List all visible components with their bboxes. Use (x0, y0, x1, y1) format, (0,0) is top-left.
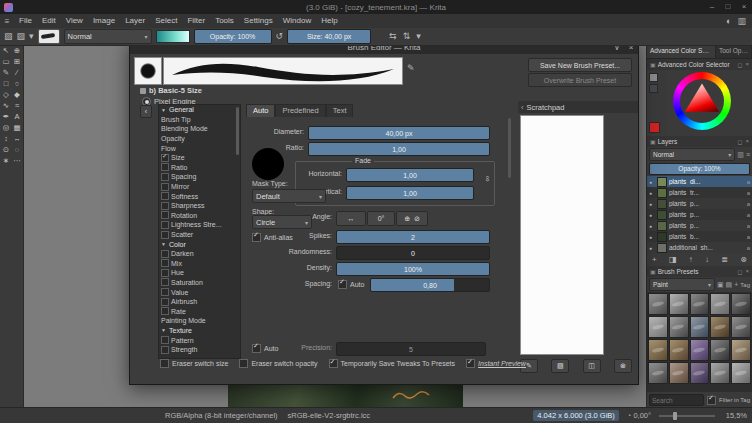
layer-action-icon[interactable]: ◨ (669, 255, 677, 264)
flip-horizontal-icon[interactable] (402, 215, 412, 223)
layer-options-icon[interactable]: ≡ (746, 151, 750, 158)
hamburger-icon[interactable] (0, 17, 14, 26)
overwrite-preset-button[interactable]: Overwrite Brush Preset (528, 73, 632, 87)
preset-mode-dropdown[interactable]: Paint (649, 278, 715, 291)
brush-tip-tab[interactable]: Predefined (275, 104, 325, 117)
filter-layers-icon[interactable]: ▥ (737, 151, 744, 159)
layer-row[interactable]: plants_tr... (647, 187, 752, 198)
brush-preset-thumbnail[interactable] (710, 362, 730, 384)
option-checkbox[interactable] (161, 298, 169, 306)
layer-row[interactable]: plants_b... (647, 231, 752, 242)
mask-type-dropdown[interactable]: Default (252, 189, 326, 203)
brush-option-row[interactable]: Brush Tip (159, 115, 240, 125)
toolbox-tool-icon[interactable]: ⊙ (1, 144, 12, 155)
menu-item[interactable]: Image (88, 14, 120, 28)
option-checkbox[interactable] (161, 163, 169, 171)
brush-preset-thumbnail[interactable] (690, 362, 710, 384)
brush-option-row[interactable]: Rate (159, 306, 240, 316)
brush-preset-thumbnail[interactable] (731, 316, 751, 338)
brush-preset-thumbnail[interactable] (669, 293, 689, 315)
options-scrollbar[interactable] (236, 107, 239, 155)
preset-view-icon[interactable]: + (734, 281, 738, 289)
close-docker-icon[interactable] (745, 268, 749, 275)
brush-tip-tab[interactable]: Auto (246, 104, 275, 117)
brush-option-row[interactable]: Spacing (159, 172, 240, 182)
footer-checkbox[interactable] (466, 359, 475, 368)
toolbox-tool-icon[interactable]: ⊕ (12, 45, 23, 56)
layer-row[interactable]: additional_sh... (647, 242, 752, 253)
alpha-lock-icon[interactable] (747, 179, 750, 185)
menu-item[interactable]: Help (316, 14, 342, 28)
option-checkbox[interactable] (161, 346, 169, 354)
menu-right-icon[interactable]: ◐ (726, 14, 731, 29)
alpha-lock-icon[interactable] (747, 190, 750, 196)
layer-visibility-icon[interactable] (649, 201, 655, 207)
preset-view-icon[interactable]: ▣ (717, 281, 724, 289)
layer-visibility-icon[interactable] (649, 234, 655, 240)
brush-option-row[interactable]: Saturation (159, 278, 240, 288)
layer-opacity-slider[interactable]: Opacity: 100% (649, 163, 750, 175)
menu-item[interactable]: Filter (182, 14, 210, 28)
brush-preset-thumbnail[interactable] (731, 339, 751, 361)
layer-row[interactable]: plants_p... (647, 220, 752, 231)
save-new-preset-button[interactable]: Save New Brush Preset... (528, 58, 632, 72)
brush-option-row[interactable]: Mirror (159, 182, 240, 192)
zoom-slider-handle[interactable] (673, 412, 677, 420)
brush-preset-thumbnail[interactable] (669, 362, 689, 384)
scratchpad-header[interactable]: Scratchpad (518, 101, 638, 113)
layer-thumbnail[interactable] (657, 177, 667, 187)
brush-option-row[interactable]: Lightness Stre... (159, 220, 240, 230)
brush-option-row[interactable]: Color (159, 239, 240, 249)
brush-option-row[interactable]: Painting Mode (159, 316, 240, 326)
layer-visibility-icon[interactable] (649, 223, 655, 229)
zoom-slider[interactable] (659, 415, 715, 417)
layer-row[interactable]: plants_p... (647, 198, 752, 209)
layer-thumbnail[interactable] (657, 232, 667, 242)
flip-vertical-icon[interactable] (412, 215, 422, 223)
option-checkbox[interactable] (161, 269, 169, 277)
density-slider[interactable]: 100% (336, 262, 490, 276)
layer-row[interactable]: plants_di... (647, 176, 752, 187)
scratchpad-action-icon[interactable]: ◫ (583, 359, 601, 373)
toolbox-tool-icon[interactable]: ◎ (1, 122, 12, 133)
brush-preset-thumbnail[interactable] (648, 339, 668, 361)
randomness-slider[interactable]: 0 (336, 246, 490, 260)
spacing-slider[interactable]: 0,80 (370, 278, 490, 292)
canvas-rotation[interactable]: 0,00° (627, 411, 651, 420)
footer-option[interactable]: Temporarily Save Tweaks To Presets (329, 359, 456, 368)
brush-preset-thumbnail[interactable] (731, 293, 751, 315)
brush-preset-thumbnail[interactable] (731, 362, 751, 384)
menu-item[interactable]: Tools (210, 14, 239, 28)
toolbox-tool-icon[interactable]: ↔ (12, 133, 23, 144)
option-checkbox[interactable] (161, 307, 169, 315)
brush-option-row[interactable]: Scatter (159, 230, 240, 240)
brush-preset-thumbnail[interactable] (669, 339, 689, 361)
toolbox-tool-icon[interactable]: ⋯ (12, 155, 23, 166)
brush-option-row[interactable]: Blending Mode (159, 124, 240, 134)
toolbox-tool-icon[interactable]: ◌ (12, 144, 23, 155)
menu-item[interactable]: Window (278, 14, 316, 28)
mirror-icon[interactable]: ▾ (416, 29, 421, 44)
footer-checkbox[interactable] (160, 359, 169, 368)
layer-visibility-icon[interactable] (649, 212, 655, 218)
angle-spinbox[interactable]: 0° (367, 211, 395, 226)
brush-option-row[interactable]: Flow (159, 143, 240, 153)
close-docker-icon[interactable] (745, 61, 749, 68)
toolbox-tool-icon[interactable]: ✒ (1, 111, 12, 122)
scratchpad-action-icon[interactable]: ⊗ (614, 359, 632, 373)
brush-preset-thumbnail[interactable] (710, 293, 730, 315)
toolbox-tool-icon[interactable]: ▦ (12, 122, 23, 133)
layer-action-icon[interactable]: ↓ (705, 255, 709, 264)
option-checkbox[interactable] (161, 202, 169, 210)
history-swatch[interactable] (649, 84, 658, 93)
brush-option-row[interactable]: Strength (159, 345, 240, 355)
alpha-lock-icon[interactable] (747, 234, 750, 240)
brush-option-row[interactable]: Opacity (159, 134, 240, 144)
toolbar-size-slider[interactable]: Size: 40,00 px (287, 29, 371, 44)
mirror-icon[interactable]: ⇆ (389, 29, 397, 44)
layer-thumbnail[interactable] (657, 199, 667, 209)
chain-link-icon[interactable] (484, 176, 493, 182)
layer-visibility-icon[interactable] (649, 245, 655, 251)
rename-preset-icon[interactable] (407, 63, 415, 73)
brush-preset-thumbnail[interactable] (669, 316, 689, 338)
